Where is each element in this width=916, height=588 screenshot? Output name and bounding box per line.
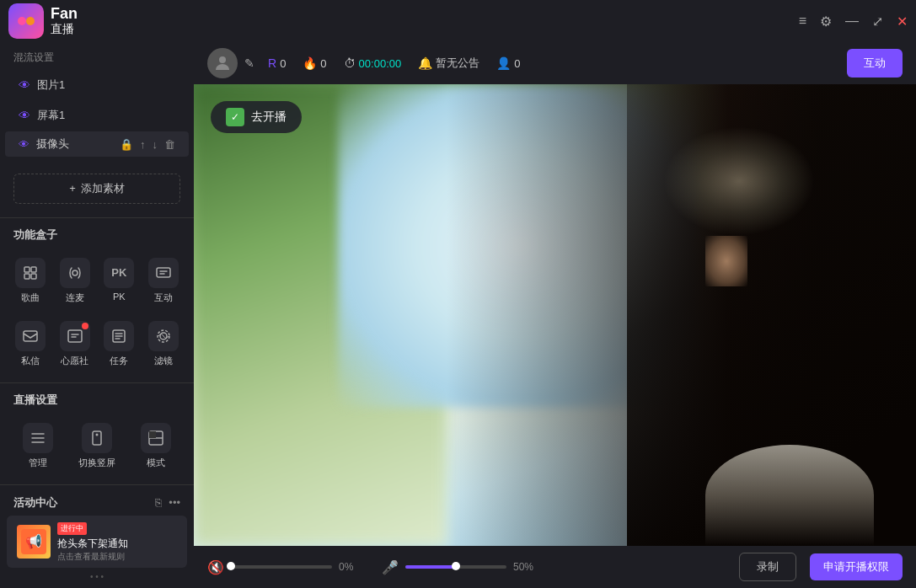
logo-sub-label: 直播 <box>51 23 78 35</box>
preview-background <box>194 84 916 546</box>
timer-display: 00:00:00 <box>359 57 402 70</box>
svg-rect-9 <box>68 330 82 342</box>
eye-icon-image: 👁 <box>19 78 30 92</box>
logo-area: Fan 直播 <box>8 3 78 39</box>
delete-icon[interactable]: 🗑 <box>164 138 175 151</box>
logo-icon <box>8 3 44 39</box>
go-live-button[interactable]: ✓ 去开播 <box>211 101 302 133</box>
svg-rect-4 <box>24 274 29 279</box>
sidebar-item-image[interactable]: 👁 图片1 <box>5 71 189 99</box>
funcbox-section-title: 功能盒子 <box>0 221 194 246</box>
stat-fans: R 0 <box>268 56 286 70</box>
eye-icon-screen: 👁 <box>19 109 30 122</box>
user-avatar[interactable] <box>207 48 238 78</box>
wish-label: 心愿社 <box>61 355 88 367</box>
filter-icon <box>148 321 179 351</box>
func-item-message[interactable]: 私信 <box>10 314 51 374</box>
svg-point-1 <box>26 17 35 25</box>
func-item-pk[interactable]: PK PK <box>99 251 140 311</box>
minimize-icon[interactable]: — <box>845 13 859 29</box>
function-grid: 歌曲 连麦 PK PK <box>0 246 194 379</box>
up-icon[interactable]: ↑ <box>140 138 146 151</box>
activity-controls: ⎘ ••• <box>155 496 180 509</box>
func-item-songs[interactable]: 歌曲 <box>10 251 51 311</box>
interact-label: 互动 <box>154 291 173 304</box>
filter-label: 滤镜 <box>154 355 173 367</box>
top-stats: R 0 🔥 0 ⏱ 00:00:00 🔔 暂无公告 👤 0 <box>268 56 833 71</box>
mic-slider[interactable] <box>405 565 506 569</box>
sidebar-item-camera[interactable]: 👁 摄像头 🔒 ↑ ↓ 🗑 <box>5 131 189 157</box>
task-label: 任务 <box>110 355 128 367</box>
func-item-task[interactable]: 任务 <box>99 314 140 374</box>
portrait-icon <box>82 423 112 453</box>
top-bar: ✎ R 0 🔥 0 ⏱ 00:00:00 🔔 暂无公告 <box>194 42 916 84</box>
skin-ear <box>705 236 747 286</box>
lock-icon[interactable]: 🔒 <box>120 138 133 151</box>
mute-icon[interactable]: 🔇 <box>207 559 224 575</box>
live-settings-grid: 管理 切换竖屏 模式 <box>0 411 194 481</box>
close-icon[interactable]: ✕ <box>897 13 908 29</box>
logo-text: Fan 直播 <box>51 6 78 35</box>
svg-rect-2 <box>24 267 29 272</box>
person-icon: 👤 <box>496 56 511 70</box>
interact-button[interactable]: 互动 <box>847 49 903 78</box>
settings-icon[interactable]: ⚙ <box>820 13 832 29</box>
mix-section-title: 混流设置 <box>0 42 194 70</box>
preview-area: ✓ 去开播 <box>194 84 916 546</box>
volume-slider[interactable] <box>231 565 332 569</box>
fans-count: 0 <box>280 57 286 70</box>
func-item-connect[interactable]: 连麦 <box>55 251 96 311</box>
volume-thumb[interactable] <box>227 562 235 570</box>
edit-profile-icon[interactable]: ✎ <box>244 56 254 70</box>
func-item-wish[interactable]: 心愿社 <box>55 314 96 374</box>
add-material-button[interactable]: + 添加素材 <box>13 174 180 204</box>
live-item-portrait[interactable]: 切换竖屏 <box>69 416 125 476</box>
down-icon[interactable]: ↓ <box>153 138 158 151</box>
window-controls: ≡ ⚙ — ⤢ ✕ <box>799 13 908 29</box>
svg-rect-16 <box>149 431 156 438</box>
svg-rect-13 <box>93 431 101 445</box>
mic-percent: 50% <box>513 561 543 573</box>
stat-fire: 🔥 0 <box>303 56 326 70</box>
clock-icon: ⏱ <box>344 56 356 70</box>
menu-icon[interactable]: ≡ <box>799 13 806 29</box>
sidebar-dot-indicator: • • • <box>0 572 194 588</box>
maximize-icon[interactable]: ⤢ <box>872 13 883 29</box>
manage-icon <box>23 423 53 453</box>
camera-controls: 🔒 ↑ ↓ 🗑 <box>120 138 175 151</box>
songs-label: 歌曲 <box>21 291 40 304</box>
mic-icon[interactable]: 🎤 <box>382 559 399 575</box>
live-item-mode[interactable]: 模式 <box>128 416 184 476</box>
announcement-text: 暂无公告 <box>436 56 479 71</box>
sidebar: 混流设置 👁 图片1 👁 屏幕1 👁 摄像头 🔒 ↑ ↓ 🗑 + 添加素材 <box>0 42 194 588</box>
sidebar-item-screen[interactable]: 👁 屏幕1 <box>5 101 189 130</box>
title-bar: Fan 直播 ≡ ⚙ — ⤢ ✕ <box>0 0 916 42</box>
activity-card[interactable]: 📢 进行中 抢头条下架通知 点击查看最新规则 <box>7 516 187 568</box>
sidebar-image-label: 图片1 <box>37 78 65 93</box>
svg-rect-8 <box>24 331 37 341</box>
activity-copy-icon[interactable]: ⎘ <box>155 496 162 509</box>
record-button[interactable]: 录制 <box>739 553 796 581</box>
activity-section-title: 活动中心 <box>13 495 155 510</box>
activity-info: 进行中 抢头条下架通知 点击查看最新规则 <box>57 521 177 563</box>
apply-broadcast-button[interactable]: 申请开播权限 <box>810 553 903 580</box>
mic-fill <box>405 565 456 569</box>
task-icon <box>104 321 134 351</box>
activity-thumbnail: 📢 <box>17 525 51 559</box>
mic-thumb[interactable] <box>452 562 460 570</box>
activity-badge-label: 进行中 <box>57 522 87 535</box>
message-icon <box>15 321 46 351</box>
plus-icon: + <box>69 182 76 195</box>
fans-icon: R <box>268 56 276 70</box>
mode-icon <box>141 423 171 453</box>
live-item-manage[interactable]: 管理 <box>10 416 66 476</box>
fire-icon: 🔥 <box>303 56 317 70</box>
main-layout: 混流设置 👁 图片1 👁 屏幕1 👁 摄像头 🔒 ↑ ↓ 🗑 + 添加素材 <box>0 42 916 588</box>
func-item-filter[interactable]: 滤镜 <box>143 314 185 374</box>
stat-viewers: 👤 0 <box>496 56 520 70</box>
svg-point-14 <box>96 434 99 436</box>
live-settings-title: 直播设置 <box>0 386 194 411</box>
activity-more-icon[interactable]: ••• <box>169 496 180 509</box>
stat-announcement[interactable]: 🔔 暂无公告 <box>418 56 479 71</box>
func-item-interact[interactable]: 互动 <box>143 251 185 311</box>
